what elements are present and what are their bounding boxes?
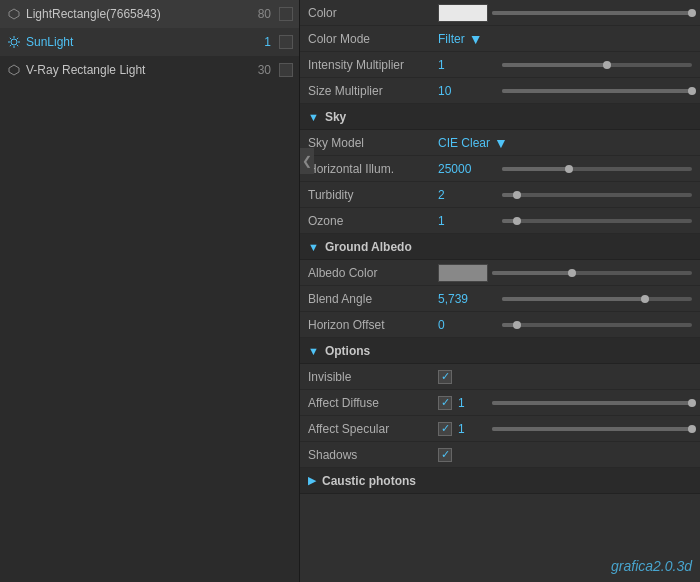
sky-model-row: Sky Model CIE Clear ▼: [300, 130, 700, 156]
sunlight-item-count: 1: [264, 35, 271, 49]
svg-marker-10: [9, 65, 19, 75]
blend-angle-label: Blend Angle: [308, 292, 438, 306]
blend-angle-row: Blend Angle 5,739: [300, 286, 700, 312]
item-count: 80: [258, 7, 271, 21]
albedo-color-swatch[interactable]: [438, 264, 488, 282]
affect-diffuse-value: 1: [458, 396, 488, 410]
color-mode-label: Color Mode: [308, 32, 438, 46]
blend-slider[interactable]: [502, 297, 692, 301]
color-label: Color: [308, 6, 438, 20]
affect-diffuse-row: Affect Diffuse 1: [300, 390, 700, 416]
size-value: 10: [438, 84, 498, 98]
sky-model-value: CIE Clear: [438, 136, 490, 150]
turbidity-value: 2: [438, 188, 498, 202]
horizon-offset-label: Horizon Offset: [308, 318, 438, 332]
sky-model-label: Sky Model: [308, 136, 438, 150]
item-name: LightRectangle(7665843): [26, 7, 258, 21]
albedo-color-label: Albedo Color: [308, 266, 438, 280]
svg-marker-0: [9, 9, 19, 19]
sky-model-dropdown[interactable]: CIE Clear ▼: [438, 135, 692, 151]
invisible-checkbox[interactable]: [438, 370, 452, 384]
affect-specular-checkbox[interactable]: [438, 422, 452, 436]
affect-specular-label: Affect Specular: [308, 422, 438, 436]
color-swatch[interactable]: [438, 4, 488, 22]
horizon-slider[interactable]: [502, 323, 692, 327]
size-row: Size Multiplier 10: [300, 78, 700, 104]
affect-specular-row: Affect Specular 1: [300, 416, 700, 442]
svg-line-6: [10, 38, 11, 39]
options-collapse-arrow: ▼: [308, 345, 319, 357]
left-panel: LightRectangle(7665843) 80 SunLight 1: [0, 0, 300, 582]
intensity-label: Intensity Multiplier: [308, 58, 438, 72]
affect-specular-value: 1: [458, 422, 488, 436]
shadows-checkbox[interactable]: [438, 448, 452, 462]
svg-line-9: [17, 38, 18, 39]
blend-angle-value: 5,739: [438, 292, 498, 306]
list-item-vray[interactable]: V-Ray Rectangle Light 30: [0, 56, 299, 84]
color-mode-dropdown[interactable]: Filter ▼: [438, 31, 692, 47]
size-slider[interactable]: [502, 89, 692, 93]
shadows-row: Shadows: [300, 442, 700, 468]
horizon-offset-row: Horizon Offset 0: [300, 312, 700, 338]
ozone-row: Ozone 1: [300, 208, 700, 234]
options-section-header[interactable]: ▼ Options: [300, 338, 700, 364]
horiz-slider[interactable]: [502, 167, 692, 171]
invisible-row: Invisible: [300, 364, 700, 390]
vray-checkbox[interactable]: [279, 63, 293, 77]
intensity-slider[interactable]: [502, 63, 692, 67]
ozone-slider[interactable]: [502, 219, 692, 223]
vray-rect-icon: [6, 62, 22, 78]
sunlight-item-name: SunLight: [26, 35, 264, 49]
turbidity-slider[interactable]: [502, 193, 692, 197]
caustic-collapse-arrow: ▶: [308, 474, 316, 487]
horiz-illum-row: Horizontal Illum. 25000: [300, 156, 700, 182]
vray-item-name: V-Ray Rectangle Light: [26, 63, 258, 77]
ozone-value: 1: [438, 214, 498, 228]
svg-point-1: [11, 39, 17, 45]
caustic-photons-header[interactable]: ▶ Caustic photons: [300, 468, 700, 494]
turbidity-label: Turbidity: [308, 188, 438, 202]
list-item-sunlight[interactable]: SunLight 1: [0, 28, 299, 56]
color-row: Color: [300, 0, 700, 26]
panel-collapse-arrow[interactable]: ❮: [300, 148, 314, 174]
affect-diffuse-checkbox[interactable]: [438, 396, 452, 410]
affect-diffuse-slider[interactable]: [492, 401, 692, 405]
rect-icon: [6, 6, 22, 22]
sky-section-header[interactable]: ▼ Sky: [300, 104, 700, 130]
color-slider[interactable]: [492, 11, 692, 15]
ozone-label: Ozone: [308, 214, 438, 228]
options-section-title: Options: [325, 344, 370, 358]
shadows-label: Shadows: [308, 448, 438, 462]
size-label: Size Multiplier: [308, 84, 438, 98]
turbidity-row: Turbidity 2: [300, 182, 700, 208]
sky-dropdown-arrow: ▼: [494, 135, 508, 151]
right-panel: ❮ Color Color Mode Filter ▼ Intensity Mu…: [300, 0, 700, 582]
vray-item-count: 30: [258, 63, 271, 77]
sunlight-checkbox[interactable]: [279, 35, 293, 49]
color-mode-value: Filter: [438, 32, 465, 46]
horiz-illum-value: 25000: [438, 162, 498, 176]
svg-line-7: [17, 45, 18, 46]
horiz-illum-label: Horizontal Illum.: [308, 162, 438, 176]
dropdown-arrow: ▼: [469, 31, 483, 47]
intensity-row: Intensity Multiplier 1: [300, 52, 700, 78]
intensity-value: 1: [438, 58, 498, 72]
ground-albedo-title: Ground Albedo: [325, 240, 412, 254]
sky-collapse-arrow: ▼: [308, 111, 319, 123]
ground-albedo-header[interactable]: ▼ Ground Albedo: [300, 234, 700, 260]
affect-specular-slider[interactable]: [492, 427, 692, 431]
sky-section-title: Sky: [325, 110, 346, 124]
watermark: grafica2.0.3d: [611, 558, 692, 574]
albedo-color-row: Albedo Color: [300, 260, 700, 286]
color-mode-row: Color Mode Filter ▼: [300, 26, 700, 52]
horizon-offset-value: 0: [438, 318, 498, 332]
item-checkbox[interactable]: [279, 7, 293, 21]
sun-icon: [6, 34, 22, 50]
caustic-photons-title: Caustic photons: [322, 474, 416, 488]
svg-line-8: [10, 45, 11, 46]
invisible-label: Invisible: [308, 370, 438, 384]
ground-collapse-arrow: ▼: [308, 241, 319, 253]
affect-diffuse-label: Affect Diffuse: [308, 396, 438, 410]
albedo-slider[interactable]: [492, 271, 692, 275]
list-item[interactable]: LightRectangle(7665843) 80: [0, 0, 299, 28]
